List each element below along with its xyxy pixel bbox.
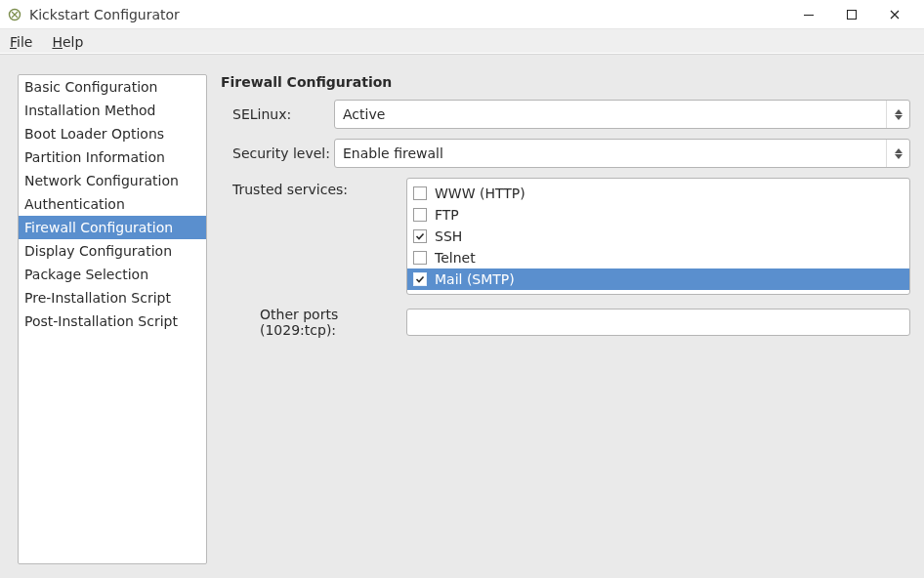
svg-rect-1	[804, 15, 814, 16]
service-label-telnet: Telnet	[435, 250, 476, 266]
other-ports-label: Other ports (1029:tcp):	[221, 307, 406, 338]
sidebar: Basic Configuration Installation Method …	[18, 74, 207, 564]
checkbox-telnet[interactable]	[413, 251, 427, 265]
menu-file-rest: ile	[17, 34, 32, 50]
service-label-ftp: FTP	[435, 207, 459, 223]
row-other-ports: Other ports (1029:tcp):	[221, 307, 910, 338]
checkbox-ftp[interactable]	[413, 208, 427, 222]
row-trusted-services: Trusted services: WWW (HTTP) FTP	[221, 178, 910, 295]
service-label-ssh: SSH	[435, 228, 462, 244]
sidebar-item-display-configuration[interactable]: Display Configuration	[19, 239, 206, 263]
trusted-services-label: Trusted services:	[221, 178, 406, 197]
selinux-combo[interactable]: Active	[334, 100, 910, 129]
selinux-label: SELinux:	[221, 106, 334, 122]
main-panel: Firewall Configuration SELinux: Active S…	[207, 74, 910, 564]
service-label-mail: Mail (SMTP)	[435, 271, 515, 287]
workarea: Basic Configuration Installation Method …	[0, 55, 924, 578]
service-row-telnet[interactable]: Telnet	[407, 247, 909, 268]
checkbox-ssh[interactable]	[413, 229, 427, 243]
window-title: Kickstart Configurator	[29, 7, 180, 22]
app-icon	[6, 6, 23, 23]
sidebar-item-firewall-configuration[interactable]: Firewall Configuration	[19, 216, 206, 239]
sidebar-item-post-installation-script[interactable]: Post-Installation Script	[19, 310, 206, 333]
maximize-button[interactable]	[830, 0, 873, 29]
security-level-label: Security level:	[221, 145, 334, 161]
row-selinux: SELinux: Active	[221, 100, 910, 129]
sidebar-item-package-selection[interactable]: Package Selection	[19, 263, 206, 286]
service-row-www[interactable]: WWW (HTTP)	[407, 183, 909, 204]
service-row-mail[interactable]: Mail (SMTP)	[407, 268, 909, 290]
selinux-value: Active	[343, 106, 385, 122]
row-security-level: Security level: Enable firewall	[221, 139, 910, 168]
checkbox-mail[interactable]	[413, 272, 427, 286]
menubar: File Help	[0, 29, 924, 55]
panel-title: Firewall Configuration	[221, 74, 910, 90]
checkbox-www[interactable]	[413, 186, 427, 200]
spinner-icon	[886, 140, 905, 167]
minimize-button[interactable]	[787, 0, 830, 29]
service-label-www: WWW (HTTP)	[435, 186, 525, 201]
security-level-combo[interactable]: Enable firewall	[334, 139, 910, 168]
service-row-ftp[interactable]: FTP	[407, 204, 909, 226]
other-ports-input[interactable]	[415, 311, 902, 333]
other-ports-input-wrap	[406, 309, 910, 336]
close-button[interactable]	[873, 0, 916, 29]
sidebar-item-network-configuration[interactable]: Network Configuration	[19, 169, 206, 192]
sidebar-item-boot-loader-options[interactable]: Boot Loader Options	[19, 122, 206, 145]
sidebar-item-installation-method[interactable]: Installation Method	[19, 99, 206, 122]
svg-rect-2	[848, 10, 857, 19]
service-row-ssh[interactable]: SSH	[407, 226, 909, 247]
menu-file[interactable]: File	[0, 29, 42, 54]
menu-help-rest: elp	[63, 34, 83, 50]
sidebar-item-authentication[interactable]: Authentication	[19, 192, 206, 216]
titlebar: Kickstart Configurator	[0, 0, 924, 29]
sidebar-item-pre-installation-script[interactable]: Pre-Installation Script	[19, 286, 206, 310]
sidebar-item-partition-information[interactable]: Partition Information	[19, 145, 206, 169]
security-level-value: Enable firewall	[343, 145, 443, 161]
sidebar-item-basic-configuration[interactable]: Basic Configuration	[19, 75, 206, 99]
trusted-services-list: WWW (HTTP) FTP SSH Telnet	[406, 178, 910, 295]
menu-help[interactable]: Help	[42, 29, 93, 54]
spinner-icon	[886, 101, 905, 128]
